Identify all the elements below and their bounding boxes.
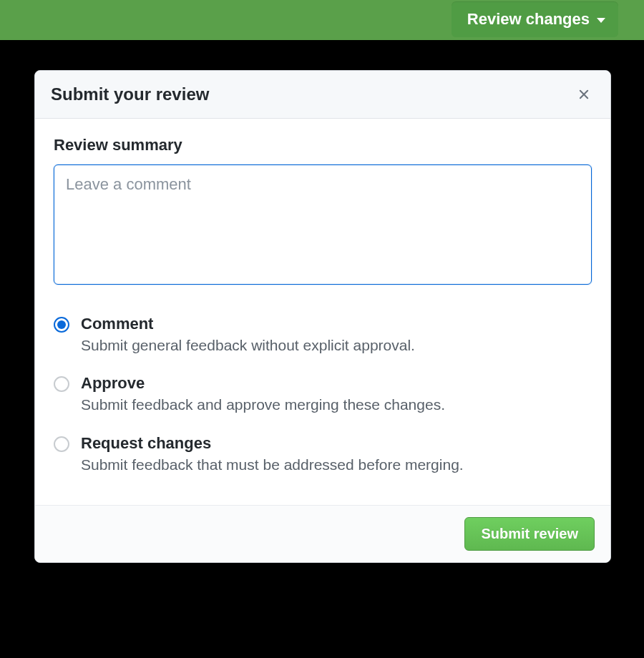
submit-review-button[interactable]: Submit review bbox=[464, 517, 595, 551]
option-desc: Submit general feedback without explicit… bbox=[81, 335, 592, 355]
option-title: Comment bbox=[81, 315, 592, 333]
radio-icon bbox=[54, 376, 69, 392]
option-request-changes[interactable]: Request changes Submit feedback that mus… bbox=[54, 427, 592, 486]
review-summary-label: Review summary bbox=[54, 136, 592, 154]
review-changes-button[interactable]: Review changes bbox=[452, 1, 618, 37]
option-approve[interactable]: Approve Submit feedback and approve merg… bbox=[54, 367, 592, 426]
option-title: Request changes bbox=[81, 434, 592, 453]
submit-review-panel: Submit your review Review summary Commen… bbox=[34, 70, 611, 563]
review-comment-input[interactable] bbox=[54, 164, 592, 285]
review-options: Comment Submit general feedback without … bbox=[54, 308, 592, 486]
option-desc: Submit feedback that must be addressed b… bbox=[81, 454, 592, 475]
option-desc: Submit feedback and approve merging thes… bbox=[81, 394, 592, 415]
panel-title: Submit your review bbox=[51, 84, 209, 104]
panel-footer: Submit review bbox=[35, 505, 610, 562]
panel-header: Submit your review bbox=[35, 71, 610, 119]
close-icon bbox=[576, 87, 592, 102]
topbar: Review changes bbox=[0, 0, 644, 40]
review-changes-label: Review changes bbox=[467, 10, 590, 29]
option-comment[interactable]: Comment Submit general feedback without … bbox=[54, 308, 592, 367]
panel-body: Review summary Comment Submit general fe… bbox=[35, 119, 610, 505]
option-title: Approve bbox=[81, 374, 592, 393]
radio-icon bbox=[54, 317, 69, 333]
close-button[interactable] bbox=[573, 84, 595, 105]
radio-icon bbox=[54, 436, 69, 452]
caret-down-icon bbox=[597, 18, 605, 23]
